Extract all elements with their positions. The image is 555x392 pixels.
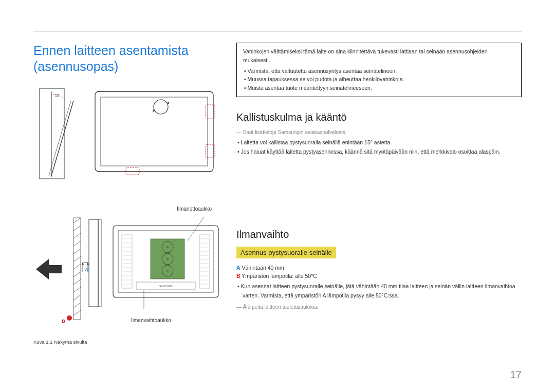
figure-caption: Kuva 1.1 Näkymä sivulta (33, 339, 87, 345)
tilt-bullet: Laitetta voi kallistaa pystysuoralla sei… (243, 138, 522, 147)
svg-rect-32 (122, 235, 132, 288)
svg-line-15 (73, 249, 81, 254)
svg-point-63 (166, 258, 169, 260)
svg-point-62 (166, 246, 169, 248)
svg-line-12 (73, 226, 81, 231)
warning-lead: Vahinkojen välttämiseksi tämä laite on a… (243, 47, 515, 65)
svg-text:SAMSUNG: SAMSUNG (159, 285, 173, 288)
svg-point-29 (67, 315, 72, 321)
warning-box: Vahinkojen välttämiseksi tämä laite on a… (236, 43, 522, 97)
page-title: Ennen laitteen asentamista (asennusopas) (33, 43, 221, 75)
svg-rect-10 (73, 218, 81, 320)
air-exhaust-label: Ilmanvaihtoaukko (131, 318, 171, 323)
tilt-rotation-svg: 15 (33, 85, 221, 183)
svg-line-17 (73, 264, 81, 269)
svg-line-19 (73, 279, 81, 285)
svg-line-67 (188, 217, 204, 241)
svg-rect-5 (101, 97, 208, 166)
svg-rect-24 (89, 219, 98, 307)
svg-rect-25 (98, 219, 101, 307)
angle-label: 15 (55, 94, 59, 97)
section-vent-heading: Ilmanvaihto (236, 229, 522, 240)
section-tilt-heading: Kallistuskulma ja kääntö (236, 111, 522, 123)
air-intake-label: Ilmanottoaukko (177, 206, 212, 212)
svg-line-23 (73, 310, 81, 315)
vent-subheading: Asennus pystysuoralle seinälle (236, 247, 336, 258)
svg-line-21 (73, 295, 81, 300)
svg-rect-33 (199, 235, 210, 288)
svg-line-13 (73, 233, 81, 238)
page-number: 17 (510, 369, 522, 381)
svg-rect-8 (126, 167, 139, 175)
svg-point-9 (154, 100, 168, 114)
left-arrow-icon (36, 259, 62, 279)
spec-a: A Vähintään 40 mm (236, 265, 522, 271)
spec-b: B Ympäristön lämpötila: alle 50°C (236, 273, 522, 279)
svg-line-2 (51, 101, 73, 176)
warning-item: Muussa tapauksessa se voi pudota ja aihe… (249, 75, 515, 84)
svg-line-16 (73, 256, 81, 262)
temp-b-label: B (62, 318, 65, 324)
svg-line-18 (73, 272, 81, 277)
ventilation-svg: SAMSUNG (33, 215, 221, 323)
svg-line-11 (73, 218, 81, 223)
svg-line-3 (49, 101, 71, 176)
svg-line-14 (73, 241, 81, 246)
figure-tilt-rotation: 15 (33, 85, 221, 183)
svg-line-20 (73, 287, 81, 292)
svg-point-64 (166, 270, 169, 272)
warning-item: Varmista, että valtuutettu asennusyritys… (249, 67, 515, 76)
tilt-bullet: Jos haluat käyttää laitetta pystyasennos… (243, 147, 522, 157)
figure-ventilation: Ilmanottoaukko (33, 206, 221, 345)
section-tilt-note: Saat lisätietoja Samsungin asiakaspalvel… (236, 129, 522, 135)
vent-note: Älä peitä laitteen tuuletusaukkoa. (236, 304, 522, 310)
vent-bullet: Kun asennat laitteen pystysuoralle seinä… (243, 282, 522, 301)
svg-line-22 (73, 303, 81, 308)
warning-item: Muista asentaa tuote määritettyyn seinät… (249, 84, 515, 92)
gap-a-label: A (85, 267, 88, 272)
